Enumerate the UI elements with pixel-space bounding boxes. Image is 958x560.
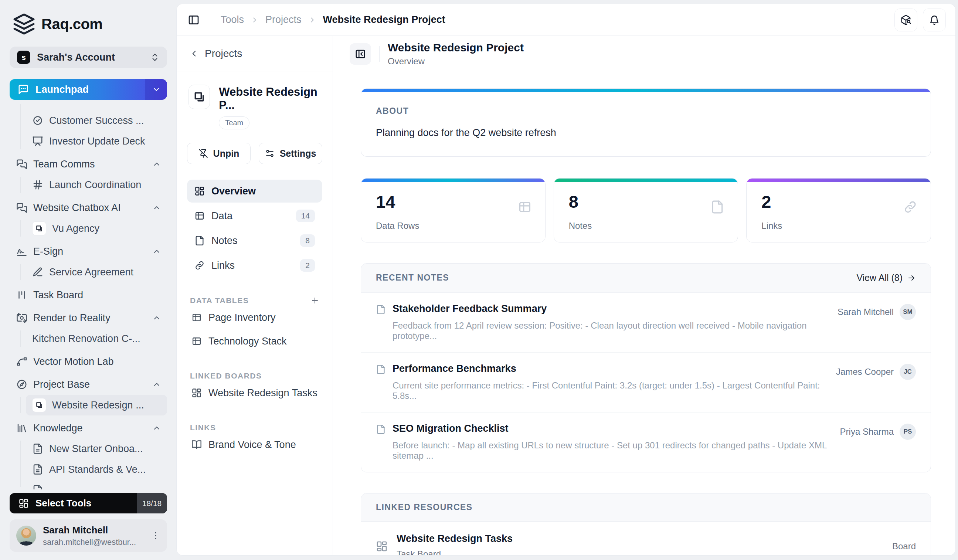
select-tools-label: Select Tools [35,498,91,509]
panel-left-close-icon [355,48,366,60]
sidebar-group-website-chatbox-ai[interactable]: Website Chatbox AI [10,197,167,218]
library-icon [16,422,27,433]
pin-off-icon [198,149,208,158]
tools-count-badge: 18/18 [137,493,167,513]
main-area: Website Redesign Project Overview ABOUT … [333,36,955,555]
nav-data[interactable]: Data 14 [187,205,322,227]
kebab-menu-icon[interactable] [151,531,160,540]
sliders-icon [265,149,274,158]
badge-check-icon [32,115,43,126]
view-all-link[interactable]: View All (8) [856,273,916,283]
sidebar-item-new-starter-onboarding[interactable]: New Starter Onboa... [10,438,167,459]
brand-name: Raq.com [41,16,102,33]
launchpad-expand-button[interactable] [145,79,167,100]
sidebar-item-vu-agency[interactable]: Vu Agency [10,218,167,239]
file-icon [376,423,386,434]
chevron-up-icon [152,313,161,322]
sidebar-item-launch-coordination[interactable]: Launch Coordination [10,175,167,195]
note-author: James Cooper [836,366,894,377]
note-row-stakeholder-feedback[interactable]: Stakeholder Feedback Summary Feedback fr… [361,292,931,352]
package-search-button[interactable] [895,8,917,32]
stat-data-rows[interactable]: 14 Data Rows [361,178,546,243]
project-frame-icon [189,85,210,109]
sidebar-toggle-button[interactable] [188,14,200,26]
brand-logo: Raq.com [10,13,167,35]
sidebar-item-website-redesign[interactable]: Website Redesign ... [26,395,167,416]
main-canvas: Tools Projects Website Redesign Project … [176,4,956,555]
resource-website-redesign-tasks[interactable]: Website Redesign Tasks Task Board Board [361,522,931,555]
sidebar-group-knowledge[interactable]: Knowledge [10,418,167,438]
project-title: Website Redesign P... [219,85,322,112]
sidebar-item-vector-motion-lab[interactable]: Vector Motion Lab [10,351,167,372]
panel-collapse-button[interactable] [350,43,371,65]
messages-square-icon [16,202,27,213]
note-row-performance-benchmarks[interactable]: Performance Benchmarks Current site perf… [361,352,931,412]
notifications-button[interactable] [923,8,946,32]
nav-notes[interactable]: Notes 8 [187,229,322,252]
sidebar-group-project-base[interactable]: Project Base [10,374,167,395]
arrow-right-icon [907,273,916,282]
chevron-right-icon [251,16,259,24]
board-website-redesign-tasks[interactable]: Website Redesign Tasks [187,382,322,404]
logo-icon [13,13,35,35]
sidebar-item-kitchen-renovation[interactable]: Kitchen Renovation C-... [10,328,167,349]
sidebar-item-customer-success[interactable]: Customer Success ... [10,110,167,131]
page-title: Website Redesign Project [388,41,524,54]
file-icon [376,363,386,374]
project-summary: Website Redesign P... Team [187,85,322,129]
launchpad-main[interactable]: Launchpad [10,79,145,100]
link-brand-voice-tone[interactable]: Brand Voice & Tone [187,433,322,456]
account-avatar: s [17,51,30,64]
breadcrumb-projects[interactable]: Projects [265,14,301,25]
unpin-button[interactable]: Unpin [187,143,251,164]
about-text: Planning docs for the Q2 website refresh [376,127,916,139]
panel-left-icon [188,14,200,26]
sidebar-group-e-sign[interactable]: E-Sign [10,241,167,262]
note-row-seo-migration[interactable]: SEO Migration Checklist Before launch: -… [361,412,931,472]
recent-notes-title: RECENT NOTES [376,273,449,283]
sidebar-item-api-standards[interactable]: API Standards & Ve... [10,459,167,480]
layout-grid-icon [19,498,29,509]
breadcrumb-current: Website Redesign Project [323,14,446,25]
back-to-projects[interactable]: Projects [177,36,333,71]
recent-notes-card: RECENT NOTES View All (8) Stakeholder Fe… [361,263,931,473]
settings-button[interactable]: Settings [259,143,322,164]
file-icon [711,200,725,214]
user-profile[interactable]: Sarah Mitchell sarah.mitchell@westbur... [10,519,167,552]
file-text-icon [32,464,43,475]
launchpad-button[interactable]: Launchpad [10,79,167,100]
user-name: Sarah Mitchell [43,525,136,536]
frame-icon [32,398,46,412]
table-page-inventory[interactable]: Page Inventory [187,306,322,328]
stats-row: 14 Data Rows 8 Notes [361,178,931,243]
spline-icon [16,356,27,367]
sidebar-nav: · ·· ··· ·· ···· · Customer Success ... … [10,102,167,493]
section-title: LINKED BOARDS [190,371,262,380]
file-text-icon [32,443,43,454]
frame-icon [32,221,46,235]
file-icon [376,303,386,314]
sidebar-group-team-comms[interactable]: Team Comms [10,154,167,175]
sidebar-item-task-board[interactable]: Task Board [10,285,167,305]
stat-links[interactable]: 2 Links [746,178,931,243]
select-tools-button[interactable]: Select Tools 18/18 [10,493,167,513]
table-icon [192,313,202,323]
nav-links[interactable]: Links 2 [187,254,322,277]
sidebar-item-service-agreement[interactable]: Service Agreement [10,262,167,282]
nav-overview[interactable]: Overview [187,180,322,203]
count-badge: 14 [296,209,315,222]
add-table-button[interactable] [311,296,319,305]
table-technology-stack[interactable]: Technology Stack [187,330,322,352]
stat-notes[interactable]: 8 Notes [554,178,738,243]
breadcrumb-tools[interactable]: Tools [220,14,244,25]
sidebar-group-render-to-reality[interactable]: Render to Reality [10,308,167,328]
account-switcher[interactable]: s Sarah's Account [10,47,167,68]
layout-grid-icon [194,186,205,196]
account-name: Sarah's Account [37,52,115,63]
linked-boards-section: LINKED BOARDS Website Redesign Tasks [187,371,322,404]
main-header: Website Redesign Project Overview [333,36,955,72]
data-tables-section: DATA TABLES Page Inventory Technology St… [187,296,322,352]
count-badge: 2 [300,259,315,272]
links-section: LINKS Brand Voice & Tone [187,423,322,456]
sidebar-item-investor-update-deck[interactable]: Investor Update Deck [10,131,167,152]
